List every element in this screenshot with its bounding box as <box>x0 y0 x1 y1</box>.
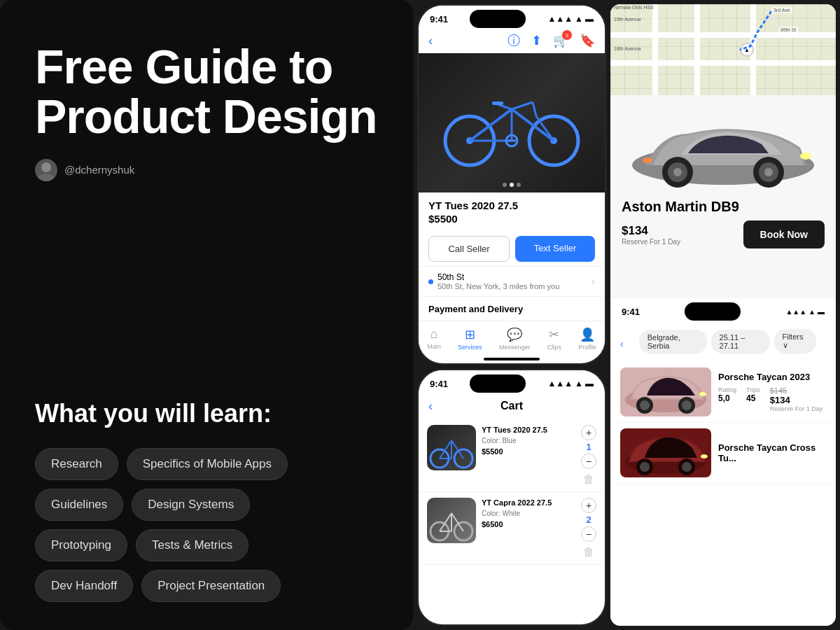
car-booking-section: ▲ 3rd Ave 86th St Nirmala Girls HSS 18th… <box>610 4 836 298</box>
nav-messenger[interactable]: 💬 Messenger <box>499 327 531 351</box>
porsche-cross-svg <box>620 428 711 477</box>
tag-research: Research <box>35 448 118 480</box>
cart-item-2-name: YT Capra 2022 27.5 <box>482 498 575 507</box>
tag-row-3: Prototyping Tests & Metrics <box>35 529 378 561</box>
cart-icon[interactable]: 🛒 3 <box>553 33 568 48</box>
phone-column: 9:41 ▲▲▲ ▲ ▬ ‹ ⓘ ⬆ 🛒 3 🔖 <box>417 4 606 626</box>
cart-item-1-name: YT Tues 2020 27.5 <box>482 425 575 435</box>
qty-plus-2[interactable]: + <box>581 498 596 513</box>
price-stat: $145 $134 Reserve For 1 Day <box>770 386 823 412</box>
trash-icon-2[interactable]: 🗑 <box>583 546 594 559</box>
wifi-icon: ▲ <box>575 14 583 24</box>
battery-icon: ▬ <box>585 14 594 24</box>
map-area: ▲ 3rd Ave 86th St Nirmala Girls HSS 18th… <box>610 4 836 95</box>
qty-minus-2[interactable]: − <box>581 526 596 542</box>
price-info: $134 Reserve For 1 Day <box>622 224 680 246</box>
bike-svg <box>435 78 589 169</box>
book-now-button[interactable]: Book Now <box>743 220 825 248</box>
svg-point-32 <box>673 168 682 176</box>
car-wifi-icon: ▲ <box>808 308 816 316</box>
cart-item-1-details: YT Tues 2020 27.5 Color: Blue $5500 <box>482 425 575 486</box>
cart-dynamic-island <box>470 374 526 393</box>
tag-project-presentation: Project Presentation <box>141 570 281 602</box>
svg-line-7 <box>512 109 554 141</box>
rating-label: Rating <box>718 386 736 393</box>
car-list-item-1: Porsche Taycan 2023 Rating 5,0 Trips 45 … <box>610 362 836 423</box>
back-icon[interactable]: ‹ <box>428 34 433 48</box>
svg-point-36 <box>800 153 811 160</box>
payment-section: Payment and Delivery <box>419 296 605 321</box>
nav-services[interactable]: ⊞ Services <box>458 327 482 351</box>
car-signal-icon: ▲▲▲ <box>785 308 806 316</box>
right-section: 9:41 ▲▲▲ ▲ ▬ ‹ ⓘ ⬆ 🛒 3 🔖 <box>413 0 840 630</box>
qty-val-2: 2 <box>586 514 591 525</box>
services-icon: ⊞ <box>465 327 475 342</box>
dynamic-island <box>470 10 526 28</box>
location-left: 50th St 50th St, New York, 3 miles from … <box>428 272 559 290</box>
text-seller-button[interactable]: Text Seller <box>515 236 595 262</box>
cart-header: ‹ Cart <box>419 393 605 419</box>
call-seller-button[interactable]: Call Seller <box>428 236 510 262</box>
car-price: $134 <box>622 224 680 238</box>
per-day: Reserve For 1 Day <box>770 405 823 412</box>
price-book-row: $134 Reserve For 1 Day Book Now <box>622 220 825 248</box>
share-icon[interactable]: ⬆ <box>531 33 542 48</box>
nav-profile-label: Profile <box>578 344 596 351</box>
price-original: $145 <box>770 386 823 395</box>
tag-guidelines: Guidelines <box>35 489 123 521</box>
location-dot-icon <box>428 279 433 284</box>
nav-services-label: Services <box>458 344 482 351</box>
qty-plus-1[interactable]: + <box>581 425 596 440</box>
svg-line-6 <box>470 109 512 141</box>
aston-martin-svg <box>625 113 821 190</box>
profile-icon: 👤 <box>580 327 595 342</box>
car-list-back-icon[interactable]: ‹ <box>620 338 624 349</box>
location-main: 50th St <box>438 272 559 282</box>
info-icon[interactable]: ⓘ <box>507 32 520 49</box>
cart-item-2: YT Capra 2022 27.5 Color: White $6500 + … <box>419 492 605 565</box>
location-pill[interactable]: Belgrade, Serbia <box>639 330 707 354</box>
date-pill[interactable]: 25.11 – 27.11 <box>711 330 770 354</box>
dot-1 <box>503 183 507 187</box>
porsche-taycan-svg <box>620 368 711 416</box>
messenger-icon: 💬 <box>507 327 522 342</box>
bookmark-icon[interactable]: 🔖 <box>580 33 595 48</box>
svg-point-0 <box>41 162 51 172</box>
cart-wifi-icon: ▲ <box>575 379 583 388</box>
product-price: $5500 <box>428 213 595 225</box>
cart-title: Cart <box>500 400 523 412</box>
filter-pill[interactable]: Filters ∨ <box>774 329 816 354</box>
car-2-details: Porsche Taycan Cross Tu... <box>718 442 826 463</box>
qty-minus-1[interactable]: − <box>581 454 596 469</box>
nav-profile[interactable]: 👤 Profile <box>578 327 596 351</box>
tags-container: Research Specifics of Mobile Apps Guidel… <box>35 448 378 602</box>
car-1-image <box>620 368 711 416</box>
marketplace-phone: 9:41 ▲▲▲ ▲ ▬ ‹ ⓘ ⬆ 🛒 3 🔖 <box>417 4 606 365</box>
car-search-bar: Belgrade, Serbia 25.11 – 27.11 Filters ∨ <box>629 328 826 359</box>
cart-status-icons: ▲▲▲ ▲ ▬ <box>547 379 594 388</box>
cart-back-icon[interactable]: ‹ <box>428 399 433 414</box>
dot-2 <box>510 183 514 187</box>
reserve-label: Reserve For 1 Day <box>622 238 680 246</box>
trash-icon-1[interactable]: 🗑 <box>583 473 594 486</box>
location-row: 50th St 50th St, New York, 3 miles from … <box>419 266 605 296</box>
car-battery-icon: ▬ <box>818 308 825 316</box>
svg-line-11 <box>533 102 536 116</box>
cart-item-1: YT Tues 2020 27.5 Color: Blue $5500 + 1 … <box>419 419 605 492</box>
hero-title: Free Guide to Product Design <box>35 42 378 142</box>
svg-point-50 <box>682 462 692 472</box>
trips-label: Trips <box>746 386 760 393</box>
nav-main[interactable]: ⌂ Main <box>427 327 441 351</box>
phone-header: ‹ ⓘ ⬆ 🛒 3 🔖 <box>419 28 605 53</box>
nav-line <box>610 4 836 95</box>
nav-clips[interactable]: ✂ Clips <box>547 327 561 351</box>
home-indicator <box>484 358 540 360</box>
status-icons: ▲▲▲ ▲ ▬ <box>547 14 594 24</box>
rating-value: 5,0 <box>718 393 736 403</box>
car-info: Aston Martin DB9 $134 Reserve For 1 Day … <box>610 95 836 298</box>
car-1-details: Porsche Taycan 2023 Rating 5,0 Trips 45 … <box>718 372 826 412</box>
location-sub: 50th St, New York, 3 miles from you <box>438 282 559 290</box>
bottom-nav: ⌂ Main ⊞ Services 💬 Messenger ✂ Clips 👤 <box>419 321 605 355</box>
street-label-3: Nirmala Girls HSS <box>614 5 654 10</box>
street-label-4: 18th Avenue <box>614 46 641 51</box>
